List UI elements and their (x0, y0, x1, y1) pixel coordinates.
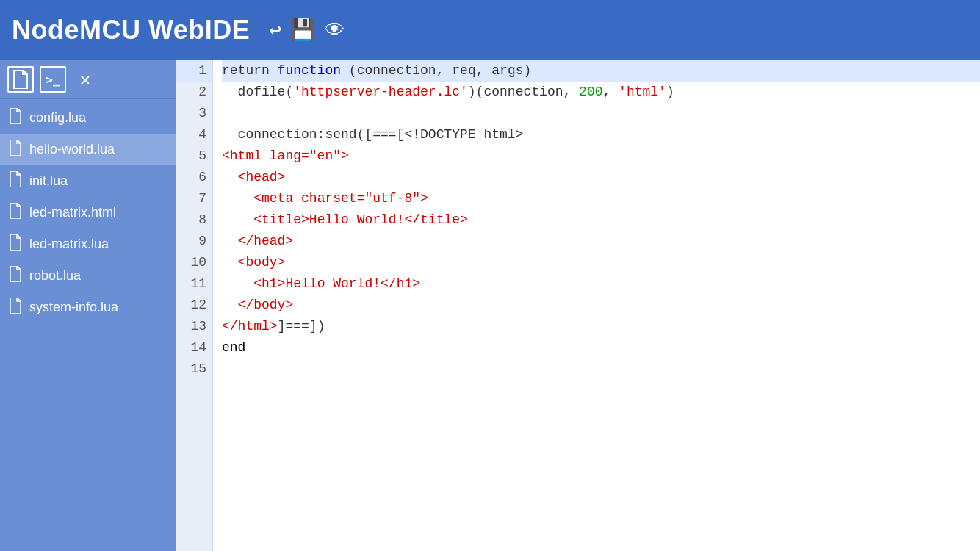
line-number: 4 (176, 124, 212, 145)
sidebar-item-init-lua[interactable]: init.lua (0, 165, 176, 197)
code-line[interactable]: </head> (222, 231, 980, 252)
code-line[interactable] (222, 359, 980, 380)
code-line[interactable]: dofile('httpserver-header.lc')(connectio… (222, 82, 980, 103)
line-number: 15 (176, 359, 212, 380)
line-numbers: 123456789101112131415 (176, 60, 213, 551)
code-line[interactable]: </html>]===]) (222, 316, 980, 337)
close-button[interactable]: ✕ (72, 66, 98, 93)
sidebar-item-system-info-lua[interactable]: system-info.lua (0, 292, 176, 323)
file-icon (9, 108, 22, 128)
file-icon (9, 298, 22, 317)
line-number: 11 (176, 273, 212, 295)
file-list: config.lua hello-world.lua init.lua led-… (0, 99, 176, 551)
file-name: led-matrix.html (29, 205, 116, 220)
code-line[interactable]: <h1>Hello World!</h1> (222, 273, 980, 295)
code-line[interactable] (222, 103, 980, 124)
editor-content[interactable]: 123456789101112131415 return function (c… (176, 60, 980, 551)
file-icon (9, 234, 22, 254)
code-line[interactable]: end (222, 337, 980, 359)
code-line[interactable]: return function (connection, req, args) (222, 60, 980, 82)
code-line[interactable]: </body> (222, 295, 980, 316)
code-line[interactable]: <body> (222, 252, 980, 273)
line-number: 3 (176, 103, 212, 124)
file-name: robot.lua (29, 268, 81, 284)
editor-panel: 123456789101112131415 return function (c… (176, 60, 980, 551)
line-number: 9 (176, 231, 212, 252)
file-name: led-matrix.lua (29, 237, 109, 252)
line-number: 14 (176, 337, 212, 359)
line-number: 13 (176, 316, 212, 337)
preview-button[interactable]: 👁 (325, 18, 345, 43)
sidebar-toolbar: >_ ✕ (0, 60, 176, 99)
file-name: init.lua (29, 173, 68, 189)
line-number: 12 (176, 295, 212, 316)
code-area[interactable]: return function (connection, req, args) … (213, 60, 980, 551)
file-name: hello-world.lua (29, 142, 115, 157)
sidebar-item-robot-lua[interactable]: robot.lua (0, 260, 176, 292)
line-number: 8 (176, 209, 212, 231)
file-name: system-info.lua (29, 300, 118, 315)
sidebar-item-led-matrix-html[interactable]: led-matrix.html (0, 197, 176, 228)
app-title: NodeMCU WebIDE (12, 15, 250, 46)
header: NodeMCU WebIDE ↩ 💾 👁 (0, 0, 980, 60)
line-number: 10 (176, 252, 212, 273)
file-icon (9, 266, 22, 286)
file-icon (9, 140, 22, 159)
code-line[interactable]: <meta charset="utf-8"> (222, 188, 980, 209)
line-number: 7 (176, 188, 212, 209)
file-icon (9, 203, 22, 223)
code-line[interactable]: <html lang="en"> (222, 145, 980, 167)
file-icon (9, 171, 22, 191)
code-line[interactable]: <head> (222, 167, 980, 188)
sidebar-item-config-lua[interactable]: config.lua (0, 102, 176, 134)
line-number: 5 (176, 145, 212, 167)
sidebar: >_ ✕ config.lua hello-world.lua init.lua… (0, 60, 176, 551)
save-button[interactable]: 💾 (290, 18, 316, 43)
terminal-button[interactable]: >_ (40, 66, 66, 93)
line-number: 1 (176, 60, 212, 82)
new-file-button[interactable] (7, 66, 34, 93)
code-line[interactable]: connection:send([===[<!DOCTYPE html> (222, 124, 980, 145)
sidebar-item-hello-world-lua[interactable]: hello-world.lua (0, 134, 176, 165)
main-area: >_ ✕ config.lua hello-world.lua init.lua… (0, 60, 980, 551)
file-name: config.lua (29, 110, 86, 126)
line-number: 2 (176, 82, 212, 103)
sidebar-item-led-matrix-lua[interactable]: led-matrix.lua (0, 228, 176, 260)
line-number: 6 (176, 167, 212, 188)
undo-button[interactable]: ↩ (269, 18, 281, 43)
code-line[interactable]: <title>Hello World!</title> (222, 209, 980, 231)
